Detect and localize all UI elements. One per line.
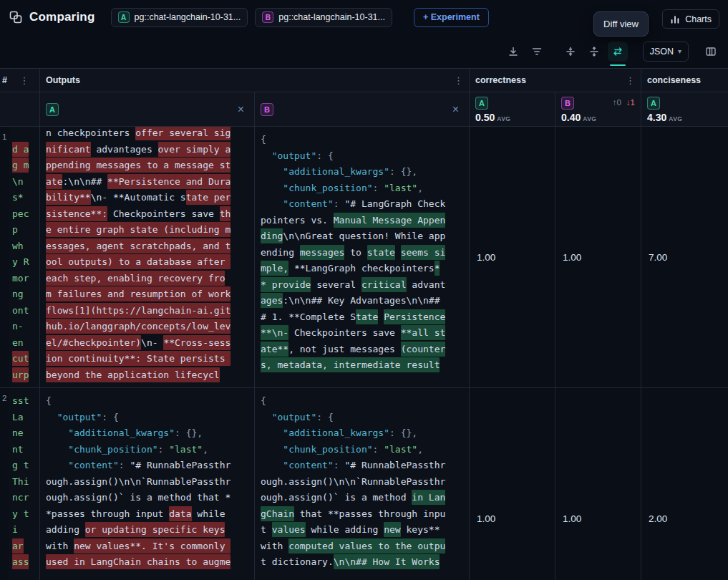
code-line: flows[1](https://langchain-ai.git <box>46 303 248 319</box>
avg-unit: AVG <box>497 115 510 122</box>
column-menu-icon[interactable]: ⋮ <box>454 76 463 85</box>
code-line: ough.assign()\n\n`RunnablePassthr <box>46 474 248 490</box>
output-a-cell[interactable]: { "output": { "additional_kwargs": {}, "… <box>40 388 255 580</box>
diff-view-button[interactable]: Diff view <box>593 11 649 37</box>
code-line: n checkpointers offer several sig <box>46 127 248 142</box>
correctness-b-stat[interactable]: B ↑0 ↓1 0.40 AVG <box>555 92 641 126</box>
code-line: *passes through input data while <box>46 506 248 523</box>
page-title: Comparing <box>29 10 95 24</box>
column-menu-icon[interactable]: ⋮ <box>626 76 635 85</box>
app-logo-icon[interactable] <box>9 10 23 24</box>
charts-button[interactable]: Charts <box>662 9 719 29</box>
table-subheader-row: A × B × A 0.50 AVG B ↑0 ↓1 <box>0 92 728 127</box>
experiment-chip-b[interactable]: B pg::chat-langchain-10-31... <box>255 8 392 27</box>
code-line: "additional_kwargs": {}, <box>261 164 463 180</box>
code-line: pointers vs. Manual Message Appen <box>261 213 463 229</box>
index-column-header: # <box>0 69 9 92</box>
inputs-column-header: ⋮ <box>9 69 40 92</box>
code-line: "additional_kwargs": {}, <box>46 425 248 442</box>
output-b-cell[interactable]: { "output": { "additional_kwargs": {}, "… <box>255 127 470 387</box>
column-menu-icon[interactable]: ⋮ <box>20 76 29 85</box>
code-line: ough.assign()` is a method in Lan <box>261 490 463 506</box>
code-line: with new values**. It's commonly <box>46 538 248 555</box>
code-line: ar <box>12 538 39 555</box>
code-line: mor <box>12 271 39 287</box>
outputs-column-header[interactable]: Outputs ⋮ <box>40 69 470 92</box>
experiment-b-label: pg::chat-langchain-10-31... <box>278 12 385 22</box>
experiment-chip-a[interactable]: A pg::chat-langchain-10-31... <box>111 8 248 27</box>
table-row[interactable]: 2sstLanentg tThincry tiarass{ "output": … <box>0 388 728 580</box>
collapse-rows-icon <box>565 46 576 57</box>
output-b-subheader: B × <box>255 92 470 126</box>
code-line: * provide several critical advant <box>261 277 463 294</box>
code-line: en <box>12 335 39 352</box>
code-line: hub.io/langgraph/concepts/low_lev <box>46 319 248 335</box>
code-line: bility**\n- **Automatic state per <box>46 190 248 206</box>
table-row[interactable]: 1d ag m\ns*pecpwhy Rmorngontn-encuturpn … <box>0 127 728 388</box>
collapse-rows-button[interactable] <box>560 42 581 62</box>
format-select[interactable]: JSON ▾ <box>643 42 689 62</box>
download-button[interactable] <box>503 42 523 62</box>
code-line: m failures and resumption of work <box>46 286 248 303</box>
code-line: ough.assign()` is a method that * <box>46 490 248 506</box>
improvement-count[interactable]: ↑0 <box>613 98 621 107</box>
code-line: p <box>12 222 39 238</box>
code-line: La <box>12 410 39 426</box>
code-line: e entire graph state (including m <box>46 222 248 238</box>
code-line: "chunk_position": "last", <box>261 442 463 458</box>
diff-swap-button[interactable] <box>608 42 628 62</box>
code-line: t values while adding new keys** <box>261 522 463 538</box>
output-a-cell[interactable]: n checkpointers offer several significan… <box>40 127 255 387</box>
avg-unit: AVG <box>583 115 596 122</box>
subheader-inputs-cell <box>9 92 40 126</box>
conciseness-header-label: conciseness <box>647 75 701 85</box>
avg-value: 0.50 <box>475 112 495 123</box>
table-body: 1d ag m\ns*pecpwhy Rmorngontn-encuturpn … <box>0 127 728 580</box>
code-line: pec <box>12 206 39 223</box>
code-line: Thi <box>12 474 39 490</box>
conciseness-column-header[interactable]: conciseness <box>641 69 728 92</box>
conciseness-a-stat[interactable]: A 4.30 AVG <box>641 92 728 126</box>
code-line: ool outputs) to a database after <box>46 254 248 271</box>
code-line: ion continuity**: State persists <box>46 351 248 367</box>
code-line: sistence**: Checkpointers save th <box>46 206 248 223</box>
output-b-cell[interactable]: { "output": { "additional_kwargs": {}, "… <box>255 388 470 580</box>
experiment-b-badge: B <box>261 103 273 116</box>
regression-count[interactable]: ↓1 <box>626 98 635 107</box>
code-line: y R <box>12 254 39 271</box>
code-line: with computed values to the outpu <box>261 538 463 555</box>
add-experiment-button[interactable]: + Experiment <box>414 8 489 27</box>
row-index-cell: 2 <box>0 388 9 580</box>
row-index-cell: 1 <box>0 127 9 387</box>
regression-counts: ↑0 ↓1 <box>613 98 635 107</box>
code-line: nificant advantages over simply a <box>46 142 248 158</box>
columns-button[interactable] <box>701 42 721 62</box>
code-line: ne <box>12 425 39 442</box>
code-line: # 1. **Complete State Persistence <box>261 309 463 326</box>
code-line: g m <box>12 158 39 174</box>
code-line: ont <box>12 303 39 319</box>
code-line: "content": "# LangGraph Check <box>261 196 463 213</box>
filter-button[interactable] <box>527 42 547 62</box>
code-line: adding or updating specific keys <box>46 522 248 538</box>
expand-rows-button[interactable] <box>584 42 604 62</box>
code-line: essages, agent scratchpads, and t <box>46 238 248 255</box>
code-line: ppending messages to a message st <box>46 158 248 174</box>
code-line <box>12 127 39 142</box>
code-line: s* <box>12 190 39 206</box>
correctness-column-header[interactable]: correctness ⋮ <box>470 69 641 92</box>
code-line: ass <box>12 554 39 571</box>
code-line: nt <box>12 442 39 458</box>
code-line: ate:\n\n## **Persistence and Dura <box>46 174 248 190</box>
code-line: i <box>12 522 39 538</box>
close-column-b-button[interactable]: × <box>452 104 459 115</box>
code-line: ng <box>12 286 39 303</box>
correctness-a-stat[interactable]: A 0.50 AVG <box>470 92 555 126</box>
avg-value: 0.40 <box>561 112 581 123</box>
code-line: { <box>46 393 248 410</box>
topbar: Comparing A pg::chat-langchain-10-31... … <box>0 0 728 34</box>
correctness-b-value: 1.00 <box>555 388 641 580</box>
code-line: used in LangChain chains to augme <box>46 554 248 571</box>
table-header-row: # ⋮ Outputs ⋮ correctness ⋮ conciseness <box>0 69 728 92</box>
close-column-a-button[interactable]: × <box>238 104 244 115</box>
